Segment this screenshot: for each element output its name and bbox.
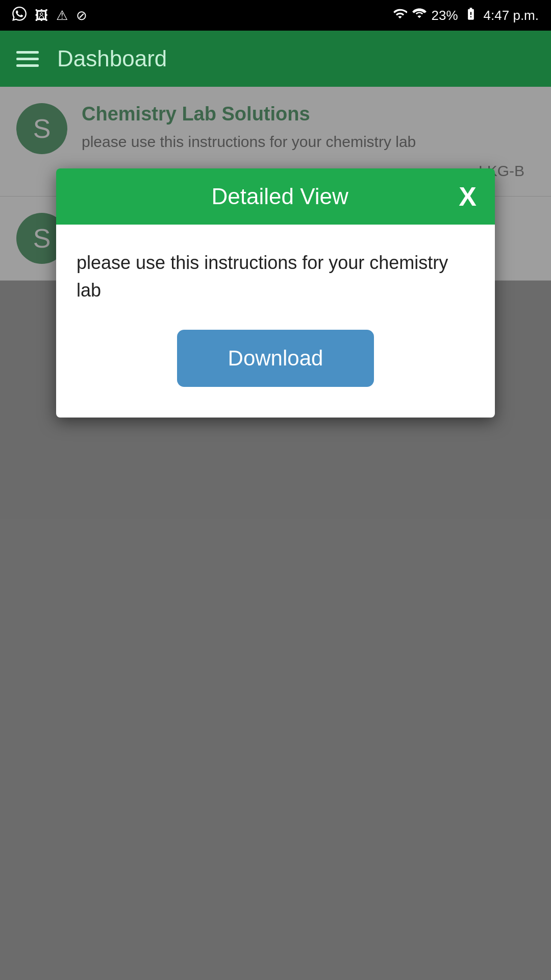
modal-description: please use this instructions for your ch… — [77, 249, 474, 304]
signal-icon — [412, 7, 427, 24]
download-button[interactable]: Download — [177, 330, 374, 387]
modal-title: Detailed View — [101, 184, 459, 209]
warning-icon: ⚠ — [56, 8, 68, 23]
content-area: S Chemistry Lab Solutions please use thi… — [0, 87, 551, 980]
modal-overlay: Detailed View X please use this instruct… — [0, 87, 551, 980]
menu-button[interactable] — [16, 51, 39, 67]
modal-body: please use this instructions for your ch… — [56, 225, 495, 418]
time-display: 4:47 p.m. — [484, 8, 539, 23]
app-bar: Dashboard — [0, 31, 551, 87]
status-bar-left-icons: 🖼 ⚠ ⊘ — [12, 7, 87, 24]
battery-icon — [463, 7, 479, 24]
no-disturb-icon: ⊘ — [76, 8, 87, 23]
app-bar-title: Dashboard — [57, 46, 167, 71]
modal-close-button[interactable]: X — [459, 183, 477, 210]
whatsapp-icon — [12, 7, 27, 24]
image-icon: 🖼 — [35, 8, 48, 23]
modal-header: Detailed View X — [56, 168, 495, 225]
wifi-icon — [393, 7, 407, 24]
status-bar-right-icons: 23% 4:47 p.m. — [393, 7, 539, 24]
battery-percent: 23% — [432, 8, 458, 23]
detailed-view-modal: Detailed View X please use this instruct… — [56, 168, 495, 418]
status-bar: 🖼 ⚠ ⊘ 23% 4:47 p.m. — [0, 0, 551, 31]
